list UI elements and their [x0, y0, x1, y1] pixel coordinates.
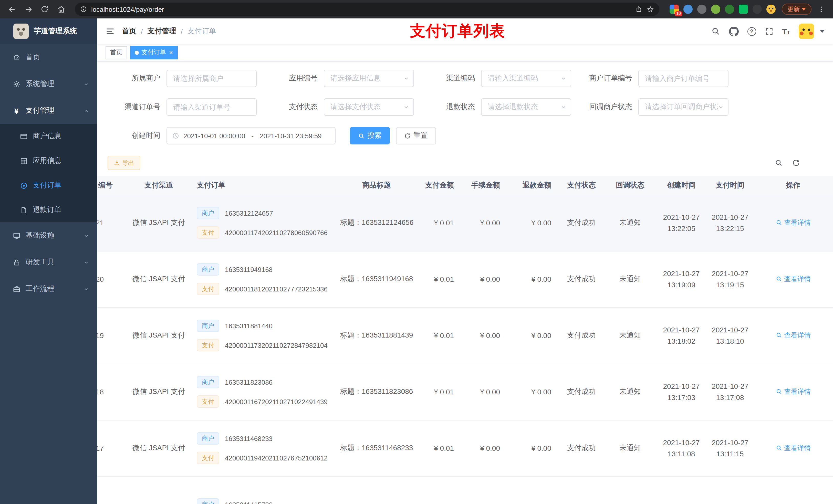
extension-gray-icon[interactable]	[697, 5, 707, 14]
search-icon	[776, 219, 782, 226]
page-root: localhost:1024/pay/order 10 更新	[0, 0, 833, 504]
forward-icon[interactable]	[22, 3, 35, 16]
table-row: 19 微信 JSAPI 支付 商户1635311881440 支付4200001…	[97, 307, 833, 364]
reset-button[interactable]: 重置	[396, 127, 436, 144]
search-icon	[776, 388, 782, 395]
sidebar-item-label: 退款订单	[33, 206, 62, 215]
app-frame: 芋道管理系统 首页 系统管理 ¥ 支付管理	[0, 19, 833, 504]
main-area: 首页 / 支付管理 / 支付订单 支付订单列表 ?	[97, 19, 833, 504]
help-icon[interactable]: ?	[747, 27, 756, 35]
view-detail-link[interactable]: 查看详情	[776, 218, 811, 227]
breadcrumb-section[interactable]: 支付管理	[147, 27, 176, 36]
site-info-icon[interactable]	[80, 6, 87, 13]
table-row: 21 微信 JSAPI 支付 商户1635312124657 支付4200001…	[97, 195, 833, 251]
extension-chat-icon[interactable]	[739, 5, 748, 14]
pay-tag: 支付	[197, 452, 219, 464]
annotation-title: 支付订单列表	[410, 21, 505, 42]
pay-tag: 支付	[197, 283, 219, 295]
font-size-icon[interactable]: TT	[782, 27, 790, 35]
user-avatar[interactable]	[799, 24, 814, 39]
chevron-down-icon	[561, 104, 567, 110]
chevron-up-icon	[84, 108, 89, 114]
lock-icon	[12, 258, 21, 266]
filter-label-notify-status: 回调商户状态	[579, 102, 632, 112]
chevron-down-icon	[84, 286, 89, 292]
sidebar-item-refund-order[interactable]: 退款订单	[0, 198, 97, 222]
table-row: 18 微信 JSAPI 支付 商户1635311823086 支付4200001…	[97, 364, 833, 420]
sidebar-item-infra[interactable]: 基础设施	[0, 222, 97, 249]
browser-menu-icon[interactable]	[814, 3, 828, 16]
bookmark-star-icon[interactable]	[646, 5, 654, 13]
github-icon[interactable]	[729, 26, 738, 36]
url-bar[interactable]: localhost:1024/pay/order	[75, 3, 659, 16]
tab-home[interactable]: 首页	[105, 46, 127, 59]
sidebar-item-payment[interactable]: ¥ 支付管理	[0, 97, 97, 124]
reload-icon[interactable]	[38, 3, 51, 16]
merchant-order-no-input[interactable]	[638, 70, 729, 87]
refresh-table-icon[interactable]	[792, 159, 800, 167]
search-icon	[776, 276, 782, 283]
date-end-value: 2021-10-31 23:59:59	[260, 132, 322, 140]
view-detail-link[interactable]: 查看详情	[776, 443, 811, 453]
home-icon[interactable]	[54, 3, 68, 16]
avatar-caret-icon[interactable]	[820, 30, 825, 33]
sidebar-item-app-info[interactable]: 应用信息	[0, 148, 97, 173]
view-detail-link[interactable]: 查看详情	[776, 274, 811, 284]
share-icon[interactable]	[635, 6, 642, 13]
extension-drop-icon[interactable]	[684, 5, 693, 14]
status-badge: 支付成功	[567, 443, 596, 452]
pay-status-select[interactable]: 请选择支付状态	[324, 98, 414, 116]
channel-code-select[interactable]: 请输入渠道编码	[481, 70, 571, 87]
search-button[interactable]: 搜索	[350, 127, 390, 144]
col-header-created: 创建时间	[656, 176, 707, 195]
sidebar-item-merchant-info[interactable]: 商户信息	[0, 124, 97, 148]
chevron-down-icon	[84, 259, 89, 265]
pay-tag: 支付	[197, 226, 219, 239]
notify-status: 未通知	[619, 218, 641, 226]
breadcrumb-home[interactable]: 首页	[122, 27, 136, 36]
update-button[interactable]: 更新	[782, 4, 811, 15]
fullscreen-icon[interactable]	[765, 27, 773, 35]
export-button[interactable]: 导出	[108, 156, 140, 170]
breadcrumb-current: 支付订单	[188, 27, 216, 36]
toggle-search-icon[interactable]	[775, 159, 783, 167]
sidebar-item-label: 支付订单	[33, 181, 62, 190]
target-icon	[20, 182, 28, 189]
tags-view-bar: 首页 支付订单 ×	[97, 44, 833, 62]
extension-palette-icon[interactable]: 10	[670, 5, 679, 14]
sidebar-item-label: 工作流程	[26, 284, 78, 293]
col-header-id: 编号	[97, 176, 128, 195]
close-icon[interactable]: ×	[169, 49, 173, 56]
sidebar-item-workflow[interactable]: 工作流程	[0, 275, 97, 302]
refresh-icon	[404, 133, 411, 139]
filter-label-merchant-order-no: 商户订单编号	[579, 74, 632, 83]
view-detail-link[interactable]: 查看详情	[776, 331, 811, 340]
sidebar-item-home[interactable]: 首页	[0, 44, 97, 71]
extension-green-icon[interactable]	[711, 5, 720, 14]
col-header-refund: 退款金额	[507, 176, 558, 195]
merchant-filter-input[interactable]	[166, 70, 257, 87]
chevron-down-icon	[561, 75, 567, 81]
channel-order-no-input[interactable]	[166, 98, 257, 116]
sidebar-toggle-icon[interactable]	[105, 27, 115, 36]
notify-status: 未通知	[619, 443, 641, 452]
extension-avatar-icon[interactable]	[766, 5, 776, 14]
sidebar-item-pay-order[interactable]: 支付订单	[0, 173, 97, 198]
col-header-order: 支付订单	[190, 176, 333, 195]
sidebar-logo[interactable]: 芋道管理系统	[0, 19, 97, 44]
extension-pin-icon[interactable]	[753, 5, 762, 14]
col-header-amount: 支付金额	[420, 176, 461, 195]
header-search-icon[interactable]	[711, 27, 720, 36]
create-time-range-picker[interactable]: 2021-10-01 00:00:00 - 2021-10-31 23:59:5…	[166, 127, 336, 144]
tab-pay-order[interactable]: 支付订单 ×	[130, 46, 177, 59]
extension-v-icon[interactable]	[725, 5, 734, 14]
status-badge: 支付成功	[567, 218, 596, 226]
view-detail-link[interactable]: 查看详情	[776, 387, 811, 397]
sidebar-item-devtools[interactable]: 研发工具	[0, 249, 97, 275]
sidebar-item-system[interactable]: 系统管理	[0, 71, 97, 97]
notify-status-select[interactable]: 请选择订单回调商户状态	[638, 98, 729, 116]
refund-status-select[interactable]: 请选择退款状态	[481, 98, 571, 116]
back-icon[interactable]	[5, 3, 19, 16]
app-no-select[interactable]: 请选择应用信息	[324, 70, 414, 87]
merchant-tag: 商户	[197, 432, 219, 445]
